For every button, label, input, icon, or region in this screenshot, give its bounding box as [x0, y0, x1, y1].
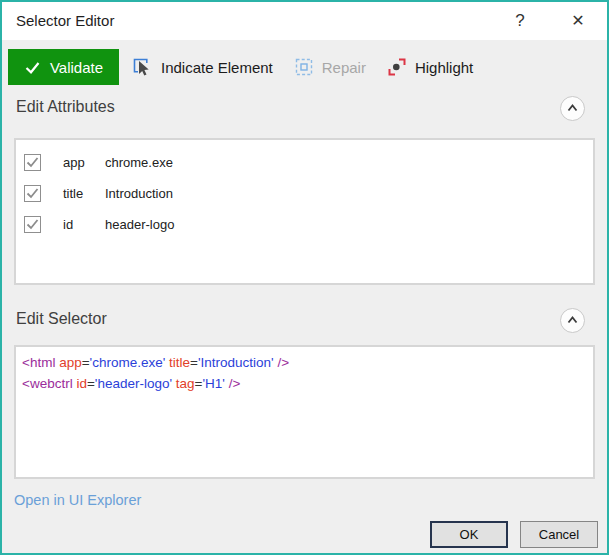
- indicate-cursor-icon: [131, 56, 153, 78]
- attribute-row: id header-logo: [16, 209, 593, 240]
- attribute-checkbox-id[interactable]: [24, 216, 41, 233]
- highlight-button[interactable]: Highlight: [384, 55, 476, 79]
- highlight-label: Highlight: [415, 59, 473, 76]
- check-icon: [24, 59, 41, 76]
- title-bar: Selector Editor ? ✕: [2, 2, 607, 40]
- highlight-icon: [387, 57, 407, 77]
- indicate-element-button[interactable]: Indicate Element: [128, 54, 276, 80]
- dialog-title: Selector Editor: [16, 2, 114, 40]
- cancel-button[interactable]: Cancel: [520, 521, 598, 548]
- selector-code[interactable]: <html app='chrome.exe' title='Introducti…: [14, 345, 595, 479]
- close-button[interactable]: ✕: [562, 2, 594, 40]
- chevron-up-icon: [565, 313, 580, 328]
- selector-editor-dialog: Selector Editor ? ✕ Validate Indicate El…: [0, 0, 609, 555]
- attribute-value[interactable]: header-logo: [105, 217, 174, 232]
- attribute-name: title: [63, 186, 105, 201]
- chevron-up-icon: [565, 101, 580, 116]
- attributes-panel: app chrome.exe title Introduction id hea…: [14, 138, 595, 285]
- repair-label: Repair: [322, 59, 366, 76]
- open-ui-explorer-link[interactable]: Open in UI Explorer: [14, 492, 141, 508]
- attribute-name: id: [63, 217, 105, 232]
- toolbar: Validate Indicate Element Repair: [2, 40, 607, 94]
- collapse-attributes-button[interactable]: [560, 96, 585, 121]
- edit-attributes-heading: Edit Attributes: [16, 98, 115, 116]
- validate-label: Validate: [50, 59, 103, 76]
- repair-button[interactable]: Repair: [291, 55, 369, 79]
- attribute-row: app chrome.exe: [16, 147, 593, 178]
- attribute-checkbox-app[interactable]: [24, 154, 41, 171]
- repair-icon: [294, 57, 314, 77]
- edit-selector-heading: Edit Selector: [16, 310, 107, 328]
- attribute-name: app: [63, 155, 105, 170]
- attribute-value[interactable]: Introduction: [105, 186, 173, 201]
- attribute-checkbox-title[interactable]: [24, 185, 41, 202]
- attribute-row: title Introduction: [16, 178, 593, 209]
- ok-button[interactable]: OK: [430, 521, 508, 548]
- help-button[interactable]: ?: [504, 2, 536, 40]
- validate-button[interactable]: Validate: [8, 49, 119, 85]
- attribute-value[interactable]: chrome.exe: [105, 155, 173, 170]
- collapse-selector-button[interactable]: [560, 308, 585, 333]
- indicate-element-label: Indicate Element: [161, 59, 273, 76]
